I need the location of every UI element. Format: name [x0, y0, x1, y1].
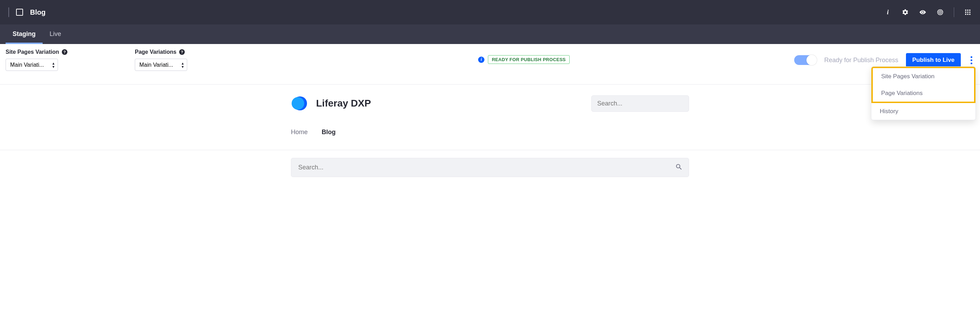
more-options-button[interactable] — [969, 54, 974, 66]
svg-point-10 — [292, 97, 304, 110]
actions: Ready for Publish Process Publish to Liv… — [794, 49, 974, 67]
page-variations-select[interactable]: Main Variati... — [135, 59, 187, 71]
svg-rect-5 — [969, 11, 970, 13]
svg-rect-8 — [969, 14, 970, 15]
divider — [0, 150, 980, 150]
page-icon[interactable] — [16, 9, 23, 16]
dropdown-item-history[interactable]: History — [871, 103, 975, 120]
brand-name: Liferay DXP — [316, 98, 371, 109]
divider — [8, 7, 9, 17]
label-text: Site Pages Variation — [6, 49, 59, 55]
search-icon[interactable] — [675, 163, 683, 172]
toggle-knob — [807, 55, 817, 65]
svg-rect-2 — [969, 10, 970, 11]
info-icon[interactable]: i — [478, 57, 484, 63]
publish-status: i READY FOR PUBLISH PROCESS — [264, 49, 784, 64]
svg-rect-6 — [965, 14, 966, 15]
top-bar-right: i — [884, 7, 972, 17]
tab-live[interactable]: Live — [43, 25, 68, 44]
nav-home[interactable]: Home — [291, 129, 308, 136]
dropdown-item-site-pages-variation[interactable]: Site Pages Variation — [873, 68, 974, 85]
nav-blog[interactable]: Blog — [322, 129, 336, 136]
page-title: Blog — [30, 8, 45, 16]
ready-toggle[interactable] — [794, 55, 816, 65]
divider — [954, 7, 954, 17]
options-dropdown: Site Pages Variation Page Variations His… — [871, 66, 976, 120]
liferay-logo-icon — [291, 95, 308, 112]
label-text: Page Variations — [135, 49, 177, 55]
dropdown-item-page-variations[interactable]: Page Variations — [873, 85, 974, 102]
svg-rect-1 — [967, 10, 968, 11]
help-icon[interactable]: ? — [179, 49, 185, 55]
site-search-input[interactable] — [591, 96, 689, 112]
target-icon[interactable] — [936, 8, 944, 16]
main-content: Liferay DXP Home Blog — [288, 84, 692, 143]
top-bar-left: Blog — [8, 7, 45, 17]
brand-row: Liferay DXP — [291, 95, 689, 112]
svg-rect-0 — [965, 10, 966, 11]
site-nav: Home Blog — [291, 129, 689, 136]
toggle-label: Ready for Publish Process — [824, 57, 898, 64]
eye-icon[interactable] — [919, 8, 927, 16]
page-variations-group: Page Variations ? Main Variati... — [135, 49, 253, 71]
tabs-bar: Staging Live — [0, 24, 980, 44]
gear-icon[interactable] — [901, 8, 909, 16]
svg-rect-7 — [967, 14, 968, 15]
page-variations-label: Page Variations ? — [135, 49, 185, 55]
apps-grid-icon[interactable] — [964, 8, 972, 16]
svg-rect-4 — [967, 11, 968, 13]
help-icon[interactable]: ? — [62, 49, 67, 55]
site-pages-variation-label: Site Pages Variation ? — [6, 49, 67, 55]
site-pages-variation-select[interactable]: Main Variati... — [6, 59, 58, 71]
control-bar: Site Pages Variation ? Main Variati... P… — [0, 44, 980, 84]
info-icon[interactable]: i — [884, 8, 892, 16]
page-search-wrap — [288, 158, 692, 177]
tab-staging[interactable]: Staging — [6, 25, 43, 44]
status-badge: READY FOR PUBLISH PROCESS — [488, 55, 570, 64]
brand: Liferay DXP — [291, 95, 371, 112]
site-pages-variation-group: Site Pages Variation ? Main Variati... — [6, 49, 124, 71]
svg-rect-3 — [965, 11, 966, 13]
page-search-input[interactable] — [291, 158, 689, 177]
publish-to-live-button[interactable]: Publish to Live — [906, 53, 961, 67]
top-bar: Blog i — [0, 0, 980, 24]
